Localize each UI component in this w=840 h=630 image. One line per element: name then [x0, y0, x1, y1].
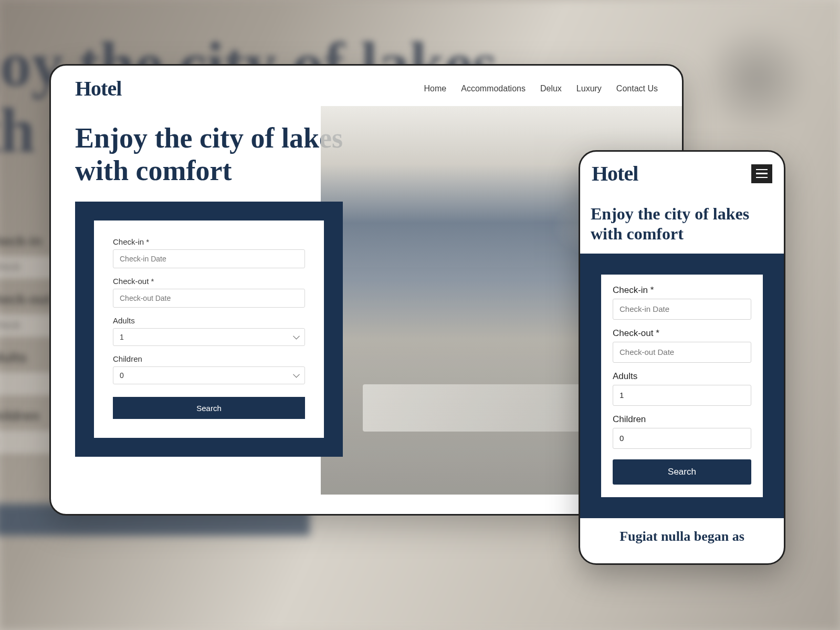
mobile-checkin-label: Check-in *: [613, 285, 751, 296]
search-card: Check-in * Check-out * Adults Children: [94, 220, 324, 438]
mobile-footer-heading: Fugiat nulla began as: [580, 518, 784, 544]
mobile-checkout-label: Check-out *: [613, 328, 751, 339]
adults-select[interactable]: [113, 328, 305, 346]
mobile-search-card: Check-in * Check-out * Adults Children S…: [601, 275, 763, 497]
mobile-adults-input[interactable]: [613, 385, 751, 406]
mobile-device-frame: Hotel Enjoy the city of lakes with comfo…: [579, 150, 785, 565]
mobile-header: Hotel: [580, 152, 784, 191]
nav-luxury[interactable]: Luxury: [576, 84, 602, 93]
checkout-input[interactable]: [113, 289, 305, 308]
nav-contact[interactable]: Contact Us: [616, 84, 658, 93]
mobile-adults-label: Adults: [613, 371, 751, 382]
primary-nav: Home Accommodations Delux Luxury Contact…: [424, 84, 658, 93]
checkout-label: Check-out *: [113, 277, 305, 286]
mobile-search-frame: Check-in * Check-out * Adults Children S…: [580, 254, 784, 518]
adults-label: Adults: [113, 316, 305, 325]
mobile-brand-logo[interactable]: Hotel: [592, 161, 638, 186]
checkin-label: Check-in *: [113, 237, 305, 246]
mobile-hero-title: Enjoy the city of lakes with comfort: [580, 191, 784, 254]
checkin-input[interactable]: [113, 249, 305, 268]
mobile-checkout-input[interactable]: [613, 342, 751, 363]
hamburger-menu-icon[interactable]: [751, 164, 772, 183]
nav-delux[interactable]: Delux: [540, 84, 562, 93]
mobile-children-input[interactable]: [613, 428, 751, 449]
children-label: Children: [113, 354, 305, 363]
mobile-checkin-input[interactable]: [613, 299, 751, 320]
nav-home[interactable]: Home: [424, 84, 447, 93]
search-button[interactable]: Search: [113, 397, 305, 419]
nav-accommodations[interactable]: Accommodations: [461, 84, 526, 93]
brand-logo[interactable]: Hotel: [75, 76, 121, 101]
desktop-header: Hotel Home Accommodations Delux Luxury C…: [51, 66, 682, 106]
search-card-frame: Check-in * Check-out * Adults Children: [75, 202, 343, 457]
mobile-search-button[interactable]: Search: [613, 459, 751, 485]
mobile-children-label: Children: [613, 414, 751, 425]
children-select[interactable]: [113, 366, 305, 384]
